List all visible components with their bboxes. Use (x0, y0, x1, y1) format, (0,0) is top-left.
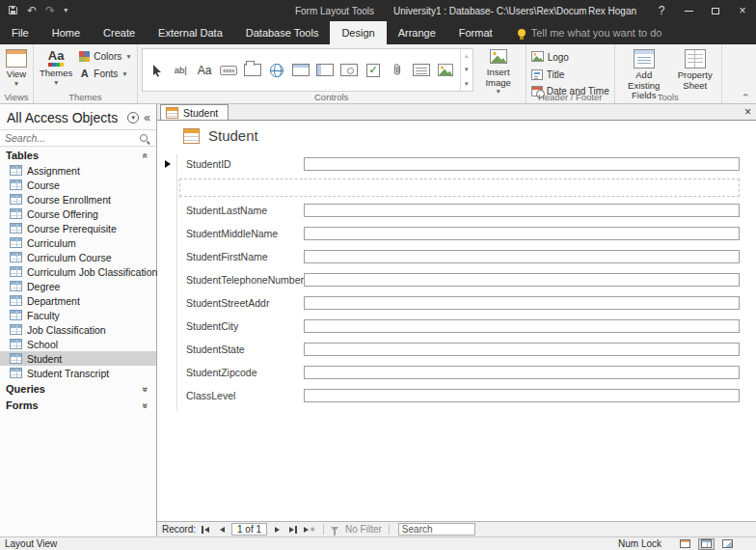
sidebar-item-curriculum-course[interactable]: Curriculum Course (0, 250, 156, 264)
sidebar-item-student-transcript[interactable]: Student Transcript (0, 366, 156, 380)
account-name[interactable]: Rex Hogan (577, 0, 648, 21)
sidebar-item-course-prerequisite[interactable]: Course Prerequisite (0, 221, 156, 235)
help-button[interactable]: ? (648, 0, 675, 21)
field-input[interactable] (304, 157, 740, 171)
field-input[interactable] (304, 366, 740, 379)
button-control-icon[interactable]: xxxx (218, 59, 240, 82)
gallery-more-icon[interactable]: ▼ (461, 77, 472, 91)
nav-pane-menu-icon[interactable]: ▼ (127, 112, 139, 124)
sidebar-item-assignment[interactable]: Assignment (0, 163, 156, 178)
sidebar-item-department[interactable]: Department (0, 293, 156, 308)
form-view-button[interactable] (677, 538, 693, 550)
image-control-icon[interactable] (435, 59, 457, 82)
label-control-icon[interactable]: Aa (194, 59, 216, 82)
minimize-button[interactable] (675, 0, 702, 21)
property-sheet-button[interactable]: Property Sheet (671, 46, 719, 91)
field-input[interactable] (304, 389, 740, 402)
tab-format[interactable]: Format (447, 21, 504, 44)
tab-control-icon[interactable] (242, 59, 264, 82)
sidebar-item-degree[interactable]: Degree (0, 279, 156, 293)
tab-database-tools[interactable]: Database Tools (234, 21, 331, 44)
save-icon[interactable] (8, 5, 18, 17)
subform-control-icon[interactable] (411, 59, 433, 82)
attachment-control-icon[interactable] (387, 59, 409, 82)
sidebar-item-job-classification[interactable]: Job Classification (0, 322, 156, 337)
checkbox-control-icon[interactable]: ✓ (363, 59, 385, 82)
field-input[interactable] (304, 319, 740, 333)
first-record-button[interactable] (199, 523, 212, 536)
tab-arrange[interactable]: Arrange (387, 21, 447, 44)
sidebar-item-curriculum[interactable]: Curriculum (0, 235, 156, 250)
section-tables[interactable]: Tables « (0, 147, 156, 163)
no-filter-button[interactable]: No Filter (345, 524, 382, 535)
layout-view-button[interactable] (698, 538, 715, 550)
select-control-icon[interactable] (146, 59, 168, 82)
sidebar-item-course-enrollment[interactable]: Course Enrollment (0, 192, 156, 206)
field-input[interactable] (304, 250, 740, 263)
tab-create[interactable]: Create (92, 21, 147, 44)
collapse-ribbon-icon[interactable]: ‹ (741, 94, 751, 96)
last-record-button[interactable] (286, 523, 300, 536)
sidebar-item-course-offering[interactable]: Course Offering (0, 206, 156, 221)
field-label[interactable]: StudentMiddleName (179, 228, 304, 239)
sidebar-item-school[interactable]: School (0, 337, 156, 351)
logo-button[interactable]: Logo (528, 50, 612, 65)
field-input[interactable] (304, 204, 740, 217)
tab-home[interactable]: Home (40, 21, 92, 44)
tab-design[interactable]: Design (330, 21, 386, 44)
field-label[interactable]: StudentFirstName (179, 251, 304, 262)
section-forms[interactable]: Forms » (0, 397, 156, 413)
sidebar-item-student[interactable]: Student (0, 351, 156, 366)
fonts-button[interactable]: A Fonts ▼ (76, 67, 134, 80)
field-label[interactable]: StudentStreetAddr (179, 297, 304, 309)
hyperlink-control-icon[interactable] (266, 59, 288, 82)
record-position[interactable]: 1 of 1 (231, 523, 267, 536)
sidebar-item-curriculum-job-classification[interactable]: Curriculum Job Classification (0, 264, 156, 279)
shutter-close-icon[interactable]: « (144, 113, 150, 123)
themes-button[interactable]: Aa Themes ▼ (36, 46, 76, 86)
section-queries[interactable]: Queries » (0, 380, 156, 397)
redo-icon[interactable]: ↷ (45, 5, 55, 16)
gallery-up-icon[interactable]: ▲ (461, 49, 472, 63)
close-button[interactable]: × (729, 0, 756, 21)
previous-record-button[interactable] (215, 523, 229, 536)
search-icon[interactable] (140, 134, 148, 142)
title-button[interactable]: Title (528, 69, 612, 81)
search-input[interactable] (5, 132, 140, 144)
field-label[interactable]: StudentID (179, 158, 304, 170)
customize-qat-icon[interactable]: ▾ (64, 7, 68, 14)
undo-icon[interactable]: ↶ (27, 5, 37, 16)
field-label[interactable]: StudentLastName (179, 205, 304, 216)
field-label[interactable]: StudentState (179, 344, 304, 355)
gallery-down-icon[interactable]: ▼ (461, 63, 472, 76)
close-document-icon[interactable]: × (744, 105, 751, 119)
field-label[interactable]: StudentCity (179, 320, 304, 332)
maximize-button[interactable] (702, 0, 729, 21)
view-button[interactable]: View ▼ (2, 46, 31, 87)
field-label[interactable]: ClassLevel (179, 390, 304, 401)
empty-layout-row[interactable] (179, 179, 740, 197)
navigation-control-icon[interactable] (314, 59, 337, 82)
tab-file[interactable]: File (0, 21, 40, 44)
field-input[interactable] (304, 227, 740, 240)
sidebar-item-course[interactable]: Course (0, 178, 156, 192)
design-view-button[interactable] (719, 538, 736, 550)
insert-image-button[interactable]: Insert Image ▼ (473, 46, 524, 95)
sidebar-item-faculty[interactable]: Faculty (0, 308, 156, 322)
field-label[interactable]: StudentZipcode (179, 367, 304, 378)
tab-external-data[interactable]: External Data (147, 21, 234, 44)
document-tab-student[interactable]: Student (160, 104, 229, 120)
field-input[interactable] (304, 273, 740, 287)
web-browser-control-icon[interactable] (290, 59, 312, 82)
new-record-button[interactable]: ∗ (303, 523, 316, 536)
form-title[interactable]: Student (208, 127, 258, 144)
next-record-button[interactable] (270, 523, 284, 536)
field-label[interactable]: StudentTelephoneNumber (179, 274, 304, 286)
textbox-control-icon[interactable]: ab| (170, 59, 192, 82)
field-input[interactable] (304, 343, 740, 356)
option-group-control-icon[interactable] (338, 59, 361, 82)
tell-me-box[interactable]: Tell me what you want to do (518, 21, 662, 44)
field-input[interactable] (304, 296, 740, 310)
colors-button[interactable]: Colors ▼ (76, 50, 134, 63)
record-search-input[interactable] (398, 523, 475, 536)
